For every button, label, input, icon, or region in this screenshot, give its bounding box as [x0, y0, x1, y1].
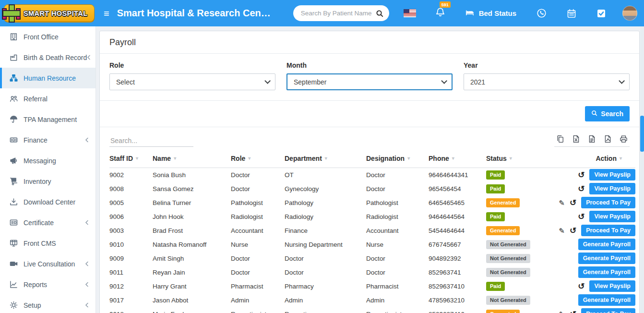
copy-icon[interactable]: [556, 135, 564, 143]
search-icon: [591, 110, 597, 118]
generate-payroll-button[interactable]: Generate Payroll: [578, 266, 635, 278]
revert-icon[interactable]: ↺: [578, 213, 584, 221]
filter-label: Month: [286, 61, 453, 69]
calendar-icon[interactable]: [567, 9, 576, 18]
table-row: 9005Belina TurnerPathologistPathologyPat…: [109, 196, 635, 210]
sidebar-item-tpa-management[interactable]: TPA Management: [0, 109, 95, 130]
cell-phone: 6465465465: [429, 196, 486, 210]
cell-department: Nursing Department: [285, 238, 366, 252]
table-search-input[interactable]: [109, 135, 193, 147]
pdf-export-icon[interactable]: [604, 135, 612, 143]
proceed-to-pay-button[interactable]: Proceed To Pay: [581, 225, 635, 236]
whatsapp-icon[interactable]: [537, 8, 547, 18]
hamburger-menu-icon[interactable]: ≡: [104, 9, 109, 18]
sidebar-item-download-center[interactable]: Download Center: [0, 192, 95, 212]
cell-department: Gynecology: [285, 182, 366, 196]
edit-pencil-icon[interactable]: ✎: [559, 311, 565, 313]
cell-designation: Pathologist: [366, 196, 429, 210]
cell-designation: Radiologist: [366, 210, 429, 224]
column-header-phone[interactable]: Phone▾: [429, 150, 486, 168]
chevron-down-icon: [619, 78, 625, 84]
proceed-to-pay-button[interactable]: Proceed To Pay: [581, 197, 635, 208]
cell-status: Not Generated: [486, 252, 557, 265]
notifications-bell[interactable]: 591: [435, 7, 445, 19]
sidebar-item-live-consultation[interactable]: Live Consultation: [0, 253, 95, 274]
sidebar-item-certificate[interactable]: Certificate: [0, 212, 95, 233]
user-avatar[interactable]: [622, 6, 637, 21]
revert-icon[interactable]: ↺: [578, 282, 584, 290]
cell-role: Pathologist: [231, 196, 285, 210]
sidebar-item-referral[interactable]: Referral: [0, 88, 95, 109]
revert-icon[interactable]: ↺: [578, 171, 584, 179]
column-header-action[interactable]: Action▾: [557, 150, 635, 168]
chevron-down-icon: [264, 78, 271, 84]
sidebar-item-front-cms[interactable]: Front CMS: [0, 233, 95, 253]
column-header-designation[interactable]: Designation▾: [366, 150, 429, 168]
sort-icon: ▾: [510, 156, 512, 161]
cell-staff-id: 9008: [109, 182, 153, 196]
column-header-status[interactable]: Status▾: [486, 150, 557, 168]
view-payslip-button[interactable]: View Payslip: [589, 183, 635, 194]
logo-text: SMART HOSPITAL: [24, 10, 87, 17]
search-button[interactable]: Search: [585, 106, 630, 121]
cell-staff-id: 9006: [109, 210, 153, 224]
edit-pencil-icon[interactable]: ✎: [559, 199, 565, 206]
sidebar-item-birth-death-record[interactable]: Birth & Death Record: [0, 47, 95, 68]
csv-export-icon[interactable]: [588, 135, 596, 143]
column-header-name[interactable]: Name▾: [153, 150, 231, 168]
sidebar-item-front-office[interactable]: Front Office: [0, 26, 95, 47]
year-select[interactable]: 2021: [464, 73, 630, 90]
task-check-icon[interactable]: [596, 9, 606, 18]
main-content: Payroll RoleSelectMonthSeptemberYear2021…: [96, 26, 644, 313]
cell-name: Sonia Bush: [153, 168, 231, 182]
vertical-scrollbar[interactable]: [640, 26, 644, 313]
logo-zone[interactable]: SMART HOSPITAL: [0, 0, 96, 26]
cell-phone: 8529637410: [429, 279, 486, 293]
search-icon[interactable]: [376, 10, 383, 17]
view-payslip-button[interactable]: View Payslip: [589, 211, 635, 222]
revert-icon[interactable]: ↺: [570, 199, 576, 207]
hospital-cross-icon: [1, 4, 22, 23]
edit-pencil-icon[interactable]: ✎: [559, 227, 565, 234]
inventory-icon: [9, 177, 18, 185]
referral-icon: [9, 95, 18, 103]
cell-status: Not Generated: [486, 265, 557, 279]
cell-name: Brad Frost: [153, 224, 231, 238]
sidebar-item-finance[interactable]: Finance: [0, 130, 95, 150]
table-row: 9003Brad FrostAccountantFinanceAccountan…: [109, 224, 635, 238]
generate-payroll-button[interactable]: Generate Payroll: [578, 294, 635, 306]
sidebar-item-inventory[interactable]: Inventory: [0, 171, 95, 192]
column-header-department[interactable]: Department▾: [285, 150, 366, 168]
revert-icon[interactable]: ↺: [570, 310, 576, 313]
cell-phone: 9464644564: [429, 210, 486, 224]
column-header-role[interactable]: Role▾: [231, 150, 285, 168]
table-row: 9006John HookRadiologistRadiologyRadiolo…: [109, 210, 635, 224]
chevron-left-icon: [85, 282, 89, 287]
language-flag-icon[interactable]: [404, 9, 416, 17]
revert-icon[interactable]: ↺: [570, 227, 576, 235]
column-header-staff-id[interactable]: Staff ID▾: [109, 150, 153, 168]
view-payslip-button[interactable]: View Payslip: [589, 280, 635, 292]
sidebar-item-messaging[interactable]: Messaging: [0, 150, 95, 171]
sidebar-item-setup[interactable]: Setup: [0, 295, 95, 313]
revert-icon[interactable]: ↺: [578, 185, 584, 193]
patient-search-input[interactable]: [301, 10, 376, 17]
chevron-left-icon: [85, 261, 89, 266]
print-icon[interactable]: [620, 135, 628, 143]
generate-payroll-button[interactable]: Generate Payroll: [578, 253, 635, 264]
smart-hospital-logo: SMART HOSPITAL: [4, 4, 95, 23]
proceed-to-pay-button[interactable]: Proceed To Pay: [581, 308, 635, 313]
generate-payroll-button[interactable]: Generate Payroll: [578, 239, 635, 250]
cell-department: Finance: [285, 224, 366, 238]
cell-status: Generated: [486, 196, 557, 210]
bed-status-button[interactable]: Bed Status: [465, 8, 516, 18]
view-payslip-button[interactable]: View Payslip: [589, 169, 635, 181]
sidebar-item-reports[interactable]: Reports: [0, 274, 95, 295]
payroll-filters: RoleSelectMonthSeptemberYear2021: [100, 54, 639, 100]
sidebar-item-label: Human Resource: [24, 74, 89, 82]
role-select[interactable]: Select: [109, 73, 275, 90]
excel-export-icon[interactable]: [572, 135, 580, 143]
sidebar-item-human-resource[interactable]: Human Resource: [0, 68, 95, 88]
month-select[interactable]: September: [286, 73, 453, 90]
scrollbar-thumb[interactable]: [640, 116, 644, 152]
